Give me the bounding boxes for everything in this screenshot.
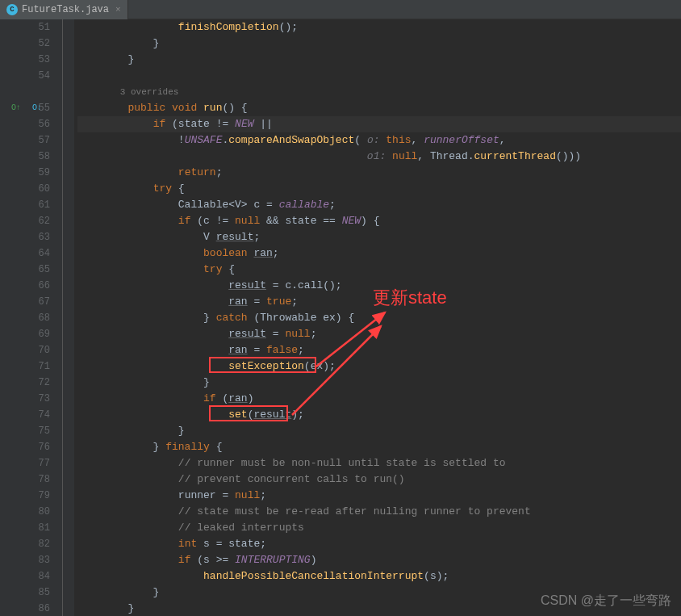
line-number: 80 xyxy=(0,504,50,520)
tab-filename: FutureTask.java xyxy=(22,4,109,15)
code-line[interactable]: // runner must be non-null until state i… xyxy=(77,455,681,471)
line-number: 76 xyxy=(0,439,50,455)
code-line[interactable]: result = c.call(); xyxy=(77,278,681,294)
line-number: 57 xyxy=(0,132,50,149)
line-number: 74 xyxy=(0,407,50,423)
code-line[interactable]: o1: null, Thread.currentThread())) xyxy=(77,149,681,165)
code-line[interactable]: // state must be re-read after nulling r… xyxy=(77,504,681,520)
code-line[interactable]: runner = null; xyxy=(77,488,681,504)
code-line[interactable]: Callable<V> c = callable; xyxy=(77,197,681,213)
override-hint[interactable]: 3 overrides xyxy=(77,87,178,97)
line-number: 61 xyxy=(0,197,50,213)
line-number: 83 xyxy=(0,552,50,568)
code-line[interactable]: int s = state; xyxy=(77,536,681,552)
code-line[interactable]: } finally { xyxy=(77,439,681,455)
code-line[interactable]: public void run() { xyxy=(77,100,681,116)
code-area[interactable]: 更新state finishCompletion(); } } 3 overri… xyxy=(74,19,681,616)
line-number: 59 xyxy=(0,165,50,181)
code-line[interactable]: if (ran) xyxy=(77,391,681,407)
line-number: 86 xyxy=(0,601,50,616)
line-number: 58 xyxy=(0,149,50,165)
line-number: 75 xyxy=(0,423,50,439)
close-icon[interactable]: × xyxy=(115,5,121,15)
line-number: 62 xyxy=(0,213,50,229)
line-number: 85 xyxy=(0,585,50,601)
line-number: 54 xyxy=(0,68,50,84)
code-line[interactable] xyxy=(77,68,681,84)
code-line[interactable]: } xyxy=(77,36,681,52)
line-number: 84 xyxy=(0,568,50,585)
code-line[interactable]: result = null; xyxy=(77,326,681,342)
code-line[interactable]: } xyxy=(77,423,681,439)
line-number: 77 xyxy=(0,455,50,471)
code-line[interactable]: if (s >= INTERRUPTING) xyxy=(77,552,681,568)
code-line[interactable]: } catch (Throwable ex) { xyxy=(77,310,681,326)
code-line[interactable]: ran = true; xyxy=(77,294,681,310)
class-icon: C xyxy=(6,4,18,15)
code-line[interactable]: V result; xyxy=(77,229,681,245)
override-down-icon[interactable]: O↓ xyxy=(32,100,42,116)
line-number: 70 xyxy=(0,342,50,358)
code-line[interactable]: finishCompletion(); xyxy=(77,19,681,36)
code-line[interactable]: ran = false; xyxy=(77,342,681,358)
code-line[interactable]: try { xyxy=(77,262,681,278)
code-line[interactable]: } xyxy=(77,52,681,68)
gutter: 5152535455O↑O↓56575859606162636465666768… xyxy=(0,19,56,616)
line-number: 53 xyxy=(0,52,50,68)
line-number xyxy=(0,84,50,100)
code-line[interactable]: setException(ex); xyxy=(77,358,681,375)
line-number: 65 xyxy=(0,262,50,278)
code-line[interactable]: !UNSAFE.compareAndSwapObject( o: this, r… xyxy=(77,132,681,149)
code-line[interactable]: // prevent concurrent calls to run() xyxy=(77,471,681,488)
code-line[interactable]: } xyxy=(77,375,681,391)
line-number: 82 xyxy=(0,536,50,552)
line-number: 64 xyxy=(0,245,50,262)
line-number: 69 xyxy=(0,326,50,342)
code-line[interactable]: if (c != null && state == NEW) { xyxy=(77,213,681,229)
code-line[interactable]: boolean ran; xyxy=(77,245,681,262)
code-line[interactable]: try { xyxy=(77,181,681,197)
line-number: 63 xyxy=(0,229,50,245)
editor: 5152535455O↑O↓56575859606162636465666768… xyxy=(0,19,681,616)
override-up-icon[interactable]: O↑ xyxy=(11,100,21,116)
line-number: 72 xyxy=(0,375,50,391)
line-number: 51 xyxy=(0,19,50,36)
code-line[interactable]: handlePossibleCancellationInterrupt(s); xyxy=(77,568,681,585)
line-number: 79 xyxy=(0,488,50,504)
line-number: 60 xyxy=(0,181,50,197)
file-tab[interactable]: C FutureTask.java × xyxy=(0,0,128,19)
line-number: 67 xyxy=(0,294,50,310)
line-number: 68 xyxy=(0,310,50,326)
code-line[interactable]: if (state != NEW || xyxy=(77,116,681,132)
line-number: 52 xyxy=(0,36,50,52)
fold-column xyxy=(56,19,74,616)
code-line[interactable]: set(result); xyxy=(77,407,681,423)
code-line[interactable]: return; xyxy=(77,165,681,181)
line-number: 73 xyxy=(0,391,50,407)
watermark: CSDN @走了一些弯路 xyxy=(541,593,671,610)
line-number: 56 xyxy=(0,116,50,132)
tab-bar: C FutureTask.java × xyxy=(0,0,681,19)
line-number: 78 xyxy=(0,471,50,488)
line-number: 66 xyxy=(0,278,50,294)
code-line[interactable]: 3 overrides xyxy=(77,84,681,100)
line-number: 71 xyxy=(0,358,50,375)
code-line[interactable]: // leaked interrupts xyxy=(77,520,681,536)
line-number: 55O↑O↓ xyxy=(0,100,50,116)
line-number: 81 xyxy=(0,520,50,536)
